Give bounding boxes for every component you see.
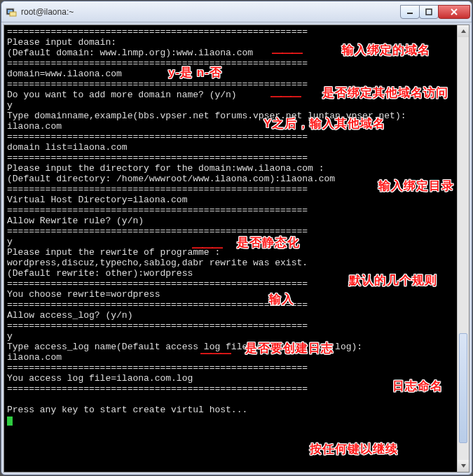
scroll-up-button[interactable] bbox=[458, 25, 469, 37]
svg-rect-2 bbox=[10, 12, 16, 16]
annotation: 输入绑定目录 bbox=[378, 181, 454, 191]
svg-marker-8 bbox=[461, 464, 466, 468]
term-line: ========================================… bbox=[7, 79, 308, 90]
minimize-icon bbox=[406, 8, 413, 15]
term-line: ========================================… bbox=[7, 321, 308, 331]
scroll-thumb[interactable] bbox=[459, 333, 467, 443]
term-line: You access log file=ilaona.com.log bbox=[7, 373, 193, 384]
annotation: 是否绑定其他域名访问 bbox=[322, 88, 448, 98]
term-line: (Default domain: www.lnmp.org):www.ilaon… bbox=[7, 48, 253, 58]
term-line: ========================================… bbox=[7, 27, 308, 37]
term-line: ========================================… bbox=[7, 205, 308, 216]
annotation: 是否静态化 bbox=[237, 237, 300, 248]
term-line: ========================================… bbox=[7, 153, 308, 163]
app-window: root@ilaona:~ ==========================… bbox=[1, 1, 472, 475]
annotation: 日志命名 bbox=[392, 381, 443, 391]
annotation-mark: ——— bbox=[192, 242, 221, 253]
annotation: 按任何键以继续 bbox=[310, 444, 398, 454]
term-line: Allow access_log? (y/n) bbox=[7, 310, 132, 321]
term-line: Do you want to add more domain name? (y/… bbox=[7, 90, 237, 100]
annotation: 输入 bbox=[269, 294, 294, 304]
term-line: ilaona.com bbox=[7, 352, 62, 363]
close-button[interactable] bbox=[438, 5, 470, 19]
chevron-up-icon bbox=[460, 28, 467, 34]
term-line: ========================================… bbox=[7, 384, 308, 394]
annotation-mark: ——— bbox=[272, 48, 301, 58]
term-line: y bbox=[7, 237, 13, 247]
term-line: ========================================… bbox=[7, 300, 308, 310]
annotation: y-是 n-否 bbox=[168, 67, 222, 78]
term-line: wordpress,discuz,typecho,sablog,dabr rew… bbox=[7, 258, 308, 268]
term-line: ========================================… bbox=[7, 132, 308, 142]
term-line: (Default directory: /home/wwwroot/www.il… bbox=[7, 174, 335, 184]
term-line: ========================================… bbox=[7, 279, 308, 289]
term-line: domain=www.ilaona.com bbox=[7, 69, 122, 79]
annotation: Y之后，输入其他域名 bbox=[263, 118, 385, 129]
close-icon bbox=[450, 8, 458, 15]
chevron-down-icon bbox=[460, 463, 467, 469]
term-line: ilaona.com bbox=[7, 121, 62, 132]
annotation-mark: ——— bbox=[270, 91, 300, 102]
term-line: Allow Rewrite rule? (y/n) bbox=[7, 216, 144, 226]
term-line: ========================================… bbox=[7, 58, 308, 69]
window-title: root@ilaona:~ bbox=[21, 7, 401, 17]
annotation: 是否要创建日志 bbox=[245, 343, 334, 354]
term-line: Please input the rewrite of programme : bbox=[7, 247, 220, 258]
annotation: 默认的几个规则 bbox=[349, 275, 437, 286]
scroll-down-button[interactable] bbox=[458, 460, 469, 472]
term-line: ========================================… bbox=[7, 226, 308, 237]
term-line: y bbox=[7, 331, 13, 342]
minimize-button[interactable] bbox=[400, 5, 420, 19]
term-line: Virtual Host Directory=ilaona.com bbox=[7, 195, 187, 205]
svg-rect-4 bbox=[426, 9, 432, 15]
scroll-track[interactable] bbox=[458, 37, 469, 460]
annotation: 输入绑定的域名 bbox=[342, 45, 430, 55]
svg-marker-7 bbox=[461, 29, 466, 33]
maximize-icon bbox=[425, 8, 432, 15]
maximize-button[interactable] bbox=[419, 5, 439, 19]
term-line: You choose rewrite=wordpress bbox=[7, 289, 160, 300]
term-line: Press any key to start create virtul hos… bbox=[7, 405, 247, 415]
terminal-cursor bbox=[7, 416, 13, 426]
term-line: ========================================… bbox=[7, 184, 308, 195]
term-line: Please input the directory for the domai… bbox=[7, 163, 324, 174]
putty-icon bbox=[6, 6, 17, 18]
window-controls bbox=[401, 5, 470, 19]
term-line: y bbox=[7, 100, 13, 111]
term-line: Please input domain: bbox=[7, 37, 116, 48]
titlebar[interactable]: root@ilaona:~ bbox=[1, 1, 472, 22]
term-line: (Default rewrite: other):wordpress bbox=[7, 268, 193, 279]
vertical-scrollbar[interactable] bbox=[457, 25, 469, 472]
term-line: ========================================… bbox=[7, 363, 308, 373]
term-line: domain list=ilaona.com bbox=[7, 142, 128, 153]
terminal-area[interactable]: ========================================… bbox=[4, 24, 469, 472]
annotation-mark: ——— bbox=[200, 348, 230, 358]
